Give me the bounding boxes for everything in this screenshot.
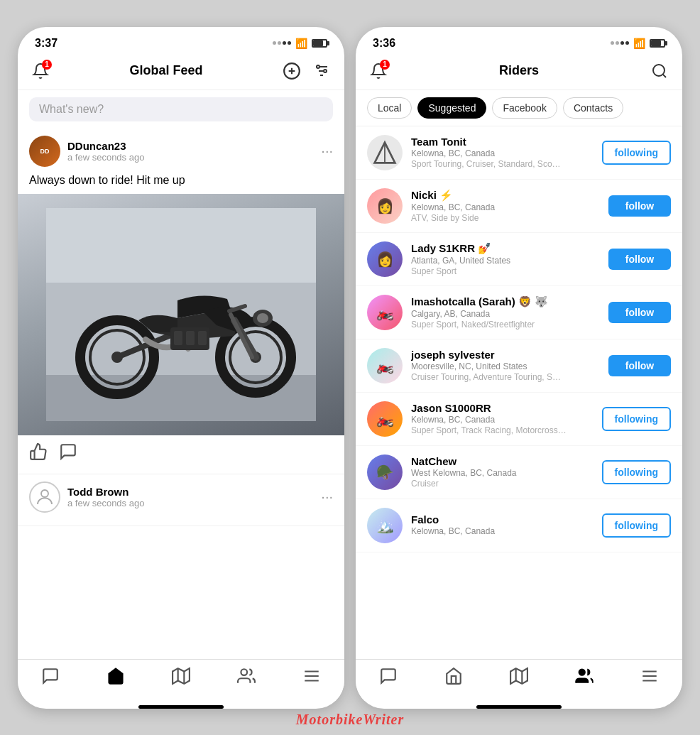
- right-phone: 3:36 📶 1: [356, 27, 682, 709]
- rider-name-3: Imashotcalla (Sarah) 🦁 🐺: [411, 295, 600, 308]
- svg-rect-10: [46, 208, 316, 283]
- svg-point-26: [257, 313, 268, 323]
- bell-badge-right: 1: [380, 60, 390, 70]
- tab-local[interactable]: Local: [367, 97, 412, 119]
- post-2-user-info: Todd Brown a few seconds ago: [67, 486, 144, 508]
- rider-item-3: 🏍️ Imashotcalla (Sarah) 🦁 🐺 Calgary, AB,…: [356, 286, 682, 339]
- dot4r: [625, 41, 629, 45]
- post-2: Todd Brown a few seconds ago ···: [18, 474, 344, 526]
- tab-suggested[interactable]: Suggested: [417, 97, 486, 119]
- rider-location-0: Kelowna, BC, Canada: [411, 148, 594, 158]
- riders-list: Team Tonit Kelowna, BC, Canada Sport Tou…: [356, 126, 682, 659]
- left-phone: 3:37 📶 1: [18, 27, 344, 709]
- follow-btn-2[interactable]: follow: [608, 249, 671, 270]
- svg-rect-23: [186, 331, 195, 345]
- rider-item-4: 🏍️ joseph sylvester Mooresville, NC, Uni…: [356, 339, 682, 393]
- rider-name-5: Jason S1000RR: [411, 402, 594, 414]
- wifi-icon: 📶: [295, 38, 307, 49]
- feed-content: What's new? DD DDuncan23 a few seconds a…: [18, 90, 344, 659]
- battery-icon-right: [650, 39, 665, 48]
- rider-name-0: Team Tonit: [411, 136, 594, 148]
- bell-badge: 1: [42, 60, 52, 70]
- rider-list-container: Team Tonit Kelowna, BC, Canada Sport Tou…: [356, 126, 682, 552]
- bottom-nav-right: [356, 659, 682, 699]
- status-icons-right: 📶: [611, 38, 665, 49]
- home-indicator-right: [476, 705, 562, 709]
- feed-header: 1 Global Feed: [18, 54, 344, 90]
- follow-btn-3[interactable]: follow: [608, 302, 671, 323]
- tab-facebook[interactable]: Facebook: [492, 97, 557, 119]
- post-2-time: a few seconds ago: [67, 498, 144, 508]
- post-1-image: [18, 194, 344, 435]
- rider-tags-0: Sport Touring, Cruiser, Standard, Sco…: [411, 159, 594, 169]
- rider-location-7: Kelowna, BC, Canada: [411, 526, 594, 536]
- dot3: [283, 41, 286, 45]
- signal-dots: [273, 41, 291, 45]
- rider-name-7: Falco: [411, 513, 594, 526]
- rider-tags-5: Super Sport, Track Racing, Motorcross…: [411, 425, 594, 435]
- watermark-text: MotorbikeWriter: [296, 712, 404, 727]
- rider-avatar-6: 🪖: [367, 454, 403, 490]
- svg-point-42: [579, 669, 585, 675]
- follow-btn-0[interactable]: following: [602, 141, 671, 165]
- wifi-icon-right: 📶: [633, 38, 645, 49]
- search-bar-container: What's new?: [18, 90, 344, 129]
- battery-icon: [312, 39, 327, 48]
- follow-btn-1[interactable]: follow: [608, 195, 671, 217]
- search-button[interactable]: [648, 60, 671, 82]
- post-1-text: Always down to ride! Hit me up: [18, 171, 344, 194]
- notifications-bell-right[interactable]: 1: [367, 60, 390, 82]
- rider-info-6: NatChew West Kelowna, BC, Canada Cruiser: [411, 455, 594, 489]
- filter-button[interactable]: [310, 60, 333, 82]
- nav-home-right[interactable]: [444, 667, 463, 685]
- follow-btn-4[interactable]: follow: [608, 355, 671, 376]
- follow-btn-6[interactable]: following: [602, 460, 671, 484]
- status-icons-left: 📶: [273, 38, 327, 49]
- follow-btn-7[interactable]: following: [602, 513, 671, 538]
- nav-home[interactable]: [106, 667, 125, 685]
- rider-item-7: 🏔️ Falco Kelowna, BC, Canada following: [356, 499, 682, 552]
- nav-people-right[interactable]: [575, 667, 594, 685]
- svg-point-7: [324, 70, 327, 72]
- add-post-button[interactable]: [280, 60, 303, 82]
- nav-map-right[interactable]: [510, 667, 528, 685]
- post-2-username: Todd Brown: [67, 486, 144, 498]
- rider-info-3: Imashotcalla (Sarah) 🦁 🐺 Calgary, AB, Ca…: [411, 295, 600, 330]
- nav-map[interactable]: [172, 667, 190, 685]
- dot1: [273, 41, 276, 45]
- post-2-avatar: [29, 481, 60, 513]
- follow-btn-5[interactable]: following: [602, 407, 671, 431]
- rider-info-2: Lady S1KRR 💅 Atlanta, GA, United States …: [411, 242, 600, 276]
- dot4: [288, 41, 291, 45]
- rider-avatar-4: 🏍️: [367, 348, 403, 383]
- bottom-nav-left: [18, 659, 344, 699]
- battery-fill: [313, 40, 323, 46]
- tab-contacts[interactable]: Contacts: [563, 97, 623, 119]
- nav-chat[interactable]: [41, 667, 60, 685]
- rider-avatar-3: 🏍️: [367, 295, 403, 330]
- svg-rect-22: [174, 331, 182, 345]
- post-1-menu[interactable]: ···: [321, 143, 333, 159]
- nav-people[interactable]: [237, 667, 256, 685]
- page-title-feed: Global Feed: [129, 63, 202, 78]
- rider-name-2: Lady S1KRR 💅: [411, 242, 600, 255]
- svg-point-31: [241, 669, 247, 675]
- watermark: MotorbikeWriter: [296, 712, 404, 728]
- rider-avatar-1: 👩: [367, 188, 403, 224]
- svg-point-27: [41, 490, 48, 497]
- comment-button[interactable]: [59, 442, 77, 461]
- rider-tags-6: Cruiser: [411, 479, 594, 489]
- header-actions: [280, 60, 333, 82]
- rider-location-2: Atlanta, GA, United States: [411, 256, 600, 266]
- signal-dots-right: [611, 41, 629, 45]
- whats-new-input[interactable]: What's new?: [29, 97, 333, 121]
- like-button[interactable]: [29, 442, 48, 461]
- nav-menu[interactable]: [302, 667, 321, 685]
- post-2-menu[interactable]: ···: [321, 489, 333, 505]
- rider-avatar-2: 👩: [367, 241, 403, 277]
- nav-chat-right[interactable]: [379, 667, 398, 685]
- rider-avatar-0: [367, 135, 403, 170]
- nav-menu-right[interactable]: [640, 667, 659, 685]
- rider-item-0: Team Tonit Kelowna, BC, Canada Sport Tou…: [356, 126, 682, 180]
- notifications-bell[interactable]: 1: [29, 60, 52, 82]
